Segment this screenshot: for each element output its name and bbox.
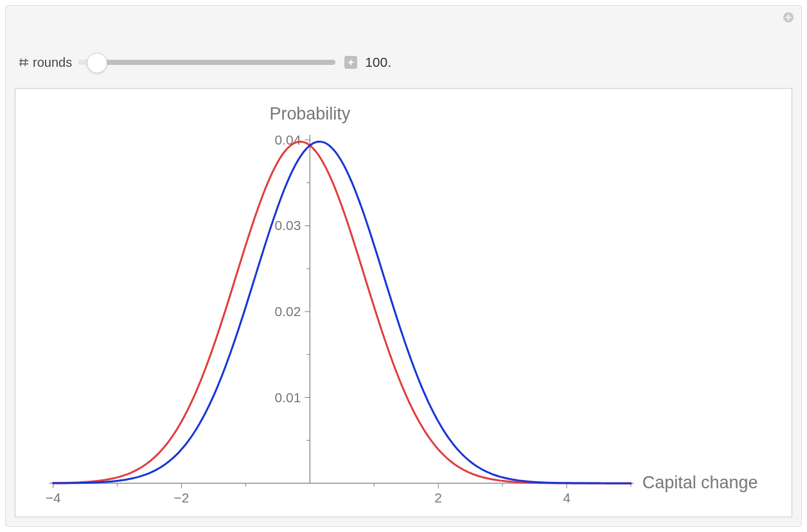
slider-more-button[interactable] bbox=[344, 56, 357, 69]
y-tick-label: 0.03 bbox=[275, 218, 301, 233]
rounds-value: 100. bbox=[365, 55, 391, 70]
svg-rect-2 bbox=[786, 17, 792, 18]
y-tick-label: 0.01 bbox=[275, 390, 301, 405]
red-curve bbox=[53, 141, 631, 483]
expand-icon[interactable] bbox=[782, 11, 795, 24]
svg-rect-4 bbox=[348, 62, 353, 63]
x-tick-label: 4 bbox=[563, 490, 571, 505]
x-tick-label: −4 bbox=[46, 490, 61, 505]
manipulate-panel: rounds 100. −4−2240.010.020.030.04Probab… bbox=[5, 5, 802, 527]
probability-plot: −4−2240.010.020.030.04ProbabilityCapital… bbox=[15, 89, 792, 517]
controls-row: rounds 100. bbox=[19, 43, 788, 82]
hash-icon bbox=[19, 57, 29, 67]
y-axis-title: Probability bbox=[270, 104, 351, 123]
rounds-slider[interactable] bbox=[78, 60, 335, 65]
plot-frame: −4−2240.010.020.030.04ProbabilityCapital… bbox=[15, 88, 792, 517]
x-axis-title: Capital change bbox=[643, 473, 758, 492]
rounds-label: rounds bbox=[19, 55, 72, 70]
x-tick-label: 2 bbox=[434, 490, 442, 505]
rounds-label-text: rounds bbox=[33, 55, 72, 70]
x-tick-label: −2 bbox=[174, 490, 190, 505]
y-tick-label: 0.04 bbox=[275, 132, 301, 147]
blue-curve bbox=[53, 141, 631, 483]
slider-thumb[interactable] bbox=[87, 53, 107, 73]
y-tick-label: 0.02 bbox=[275, 304, 301, 319]
